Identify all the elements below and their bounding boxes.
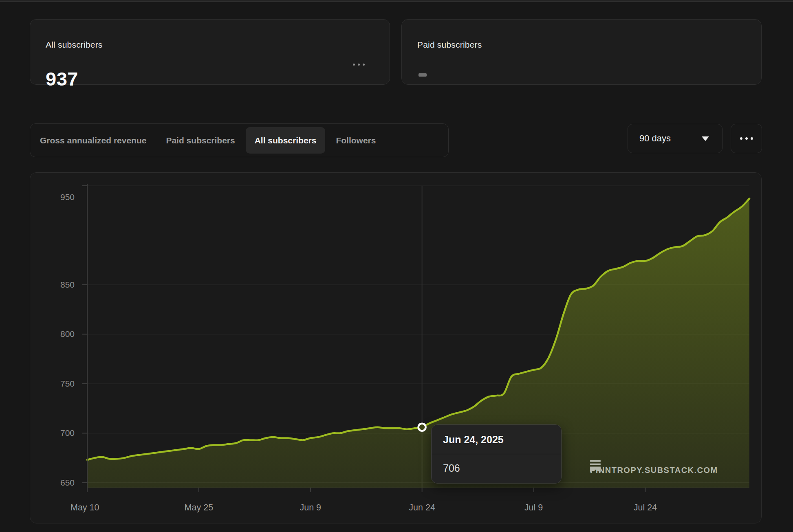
svg-text:Jun 9: Jun 9 xyxy=(300,503,321,512)
ellipsis-menu-icon[interactable] xyxy=(353,60,369,68)
svg-text:Jul 9: Jul 9 xyxy=(524,503,543,512)
tooltip-value: 706 xyxy=(432,454,561,483)
tab-followers[interactable]: Followers xyxy=(327,127,385,154)
svg-text:800: 800 xyxy=(60,329,75,339)
date-range-select[interactable]: 90 days xyxy=(628,124,723,153)
svg-text:650: 650 xyxy=(60,478,75,487)
subscribers-area-chart[interactable]: 650700750800850950May 10May 25Jun 9Jun 2… xyxy=(30,173,762,524)
tab-gross-annualized-revenue[interactable]: Gross annualized revenue xyxy=(31,127,155,154)
svg-text:950: 950 xyxy=(60,192,75,202)
stat-card-label: Paid subscribers xyxy=(417,40,482,50)
ellipsis-icon xyxy=(740,137,742,140)
tooltip-date: Jun 24, 2025 xyxy=(432,425,561,454)
svg-text:750: 750 xyxy=(60,379,75,388)
stat-card-label: All subscribers xyxy=(46,40,103,50)
svg-text:700: 700 xyxy=(60,428,75,437)
caret-down-icon xyxy=(702,136,709,141)
svg-text:May 10: May 10 xyxy=(70,503,99,512)
svg-text:850: 850 xyxy=(60,280,75,289)
svg-text:May 25: May 25 xyxy=(185,503,214,512)
stat-card-value: 937 xyxy=(46,68,78,90)
top-divider-bar xyxy=(0,0,793,2)
stat-card-paid-subscribers: Paid subscribers xyxy=(401,19,762,85)
date-range-value: 90 days xyxy=(639,133,671,144)
empty-value-dash xyxy=(419,73,427,77)
svg-text:Jul 24: Jul 24 xyxy=(634,503,657,512)
substack-stats-page: { "stat_cards": [ { "label": "All subscr… xyxy=(0,0,793,532)
chart-tooltip: Jun 24, 2025 706 xyxy=(431,424,562,484)
metric-tab-bar: Gross annualized revenue Paid subscriber… xyxy=(30,123,449,157)
stat-card-all-subscribers: All subscribers 937 xyxy=(30,19,390,85)
tab-all-subscribers[interactable]: All subscribers xyxy=(246,127,326,154)
chart-more-options-button[interactable] xyxy=(731,124,762,153)
svg-text:Jun 24: Jun 24 xyxy=(409,503,435,512)
subscribers-chart-card: 650700750800850950May 10May 25Jun 9Jun 2… xyxy=(30,172,762,523)
tab-paid-subscribers[interactable]: Paid subscribers xyxy=(157,127,244,154)
